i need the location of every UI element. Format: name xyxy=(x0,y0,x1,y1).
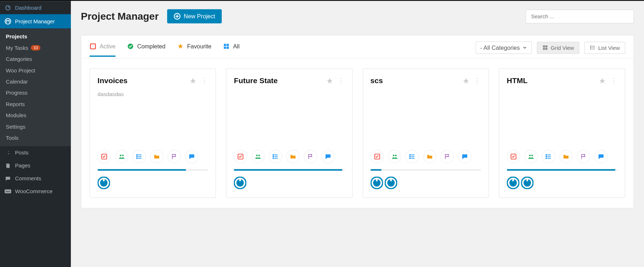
sidebar-item-dashboard[interactable]: Dashboard xyxy=(0,1,71,14)
member-avatars xyxy=(370,177,481,189)
avatar[interactable] xyxy=(521,177,533,189)
grid-view-button[interactable]: Grid View xyxy=(537,42,580,54)
avatar[interactable] xyxy=(507,177,519,189)
sidebar-label: WooCommerce xyxy=(15,188,53,194)
plus-circle-icon xyxy=(174,13,180,20)
card-menu-button[interactable]: ⋮ xyxy=(201,77,208,85)
star-icon xyxy=(177,43,184,49)
member-avatars xyxy=(234,177,345,189)
check-square-icon xyxy=(89,43,96,49)
avatar[interactable] xyxy=(234,177,247,189)
sidebar-subitem[interactable]: Projects xyxy=(0,31,71,42)
svg-point-53 xyxy=(409,154,410,155)
svg-point-31 xyxy=(137,158,137,158)
project-description xyxy=(370,91,481,108)
tasks-icon[interactable] xyxy=(98,150,111,163)
new-project-button[interactable]: New Project xyxy=(167,9,222,24)
card-menu-button[interactable]: ⋮ xyxy=(337,77,345,85)
sidebar-item-woocommerce[interactable]: woo WooCommerce xyxy=(0,185,71,198)
progress-bar xyxy=(370,169,481,171)
sidebar-subitem[interactable]: Settings xyxy=(0,121,71,132)
sidebar-subitem[interactable]: My Tasks10 xyxy=(0,42,71,53)
favourite-toggle[interactable] xyxy=(189,77,197,85)
projects-grid: Invoices⋮dasdasdasFuture State⋮scs⋮HTML⋮ xyxy=(81,58,634,208)
svg-point-37 xyxy=(258,154,260,156)
svg-rect-16 xyxy=(546,48,547,49)
avatar[interactable] xyxy=(98,177,110,189)
folder-icon[interactable] xyxy=(150,150,163,163)
project-card[interactable]: Invoices⋮dasdasdas xyxy=(89,68,216,198)
discussions-icon[interactable] xyxy=(594,150,608,163)
sidebar-item-project-manager[interactable]: Project Manager xyxy=(0,14,71,29)
categories-dropdown[interactable]: - All Categories xyxy=(475,41,532,54)
svg-rect-13 xyxy=(543,46,545,47)
sidebar-subitem[interactable]: Modules xyxy=(0,110,71,121)
avatar[interactable] xyxy=(370,177,383,189)
folder-icon[interactable] xyxy=(423,150,436,163)
users-icon[interactable] xyxy=(388,150,401,163)
discussions-icon[interactable] xyxy=(185,150,198,163)
milestones-icon[interactable] xyxy=(440,150,454,163)
subitem-label: Modules xyxy=(6,112,26,118)
milestones-icon[interactable] xyxy=(577,150,590,163)
card-menu-button[interactable]: ⋮ xyxy=(474,77,481,85)
project-card[interactable]: HTML⋮ xyxy=(499,68,625,198)
sidebar: Dashboard Project Manager ProjectsMy Tas… xyxy=(0,1,71,267)
search-box xyxy=(526,9,634,23)
folder-icon[interactable] xyxy=(559,150,572,163)
tab-completed[interactable]: Completed xyxy=(127,43,165,56)
project-title: Invoices xyxy=(98,76,128,85)
users-icon[interactable] xyxy=(252,150,265,163)
check-circle-icon xyxy=(127,43,134,49)
list-icon[interactable] xyxy=(542,150,555,163)
tab-favourite[interactable]: Favourite xyxy=(177,43,211,56)
pin-icon xyxy=(4,150,12,156)
sidebar-item-pages[interactable]: Pages xyxy=(0,159,71,172)
project-description: dasdasdas xyxy=(98,91,208,108)
grid-icon xyxy=(542,45,548,51)
tab-label: Favourite xyxy=(187,43,211,49)
sidebar-subitem[interactable]: Tools xyxy=(0,132,71,143)
project-title: HTML xyxy=(507,76,527,85)
milestones-icon[interactable] xyxy=(167,150,181,163)
sidebar-item-comments[interactable]: Comments xyxy=(0,172,71,185)
tasks-icon[interactable] xyxy=(507,150,520,163)
list-view-button[interactable]: List View xyxy=(585,42,625,54)
search-input[interactable] xyxy=(526,9,634,23)
sidebar-subitem[interactable]: Categories xyxy=(0,53,71,65)
discussions-icon[interactable] xyxy=(458,150,471,163)
svg-point-55 xyxy=(409,158,410,158)
sidebar-item-posts[interactable]: Posts xyxy=(0,146,71,159)
svg-rect-58 xyxy=(376,179,377,181)
folder-icon[interactable] xyxy=(287,150,300,163)
list-icon[interactable] xyxy=(405,150,419,163)
favourite-toggle[interactable] xyxy=(462,77,470,85)
users-icon[interactable] xyxy=(115,150,128,163)
button-label: List View xyxy=(598,44,620,51)
sidebar-subitem[interactable]: Woo Project xyxy=(0,65,71,76)
tasks-icon[interactable] xyxy=(234,150,247,163)
list-icon[interactable] xyxy=(132,150,146,163)
tab-all[interactable]: All xyxy=(223,43,239,56)
project-title: scs xyxy=(370,76,383,85)
project-card[interactable]: scs⋮ xyxy=(362,68,489,198)
discussions-icon[interactable] xyxy=(322,150,335,163)
card-menu-button[interactable]: ⋮ xyxy=(610,77,618,85)
project-card[interactable]: Future State⋮ xyxy=(226,68,352,198)
avatar[interactable] xyxy=(385,177,397,189)
tasks-icon[interactable] xyxy=(370,150,384,163)
sidebar-label: Project Manager xyxy=(15,18,55,24)
milestones-icon[interactable] xyxy=(304,150,317,163)
badge: 10 xyxy=(31,45,40,51)
users-icon[interactable] xyxy=(524,150,537,163)
tab-active[interactable]: Active xyxy=(89,43,115,56)
sidebar-subitem[interactable]: Progress xyxy=(0,87,71,98)
svg-point-41 xyxy=(273,154,274,155)
projects-panel: Active Completed Favourite All - All Cat… xyxy=(81,35,634,208)
favourite-toggle[interactable] xyxy=(599,77,606,85)
svg-point-43 xyxy=(273,158,274,158)
sidebar-subitem[interactable]: Reports xyxy=(0,99,71,110)
sidebar-subitem[interactable]: Calendar xyxy=(0,76,71,87)
favourite-toggle[interactable] xyxy=(326,77,333,85)
list-icon[interactable] xyxy=(269,150,282,163)
